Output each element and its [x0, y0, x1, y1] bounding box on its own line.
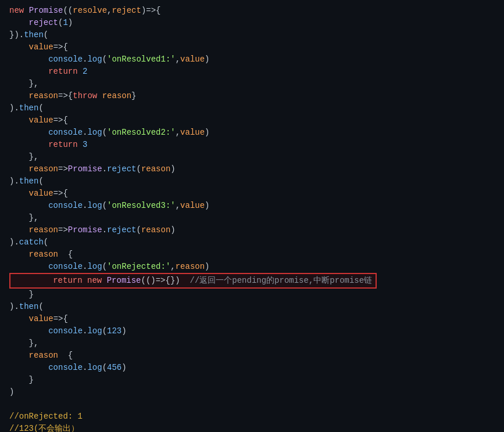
code-line-31: } [0, 374, 504, 386]
code-line-18: }, [0, 212, 504, 224]
code-line-13: }, [0, 151, 504, 163]
code-line-8: reason =>{ throw reason } [0, 90, 504, 102]
code-line-26: value =>{ [0, 313, 504, 325]
code-line-29: reason { [0, 350, 504, 362]
code-line-16: value =>{ [0, 188, 504, 200]
code-line-6: return 2 [0, 66, 504, 78]
code-line-28: }, [0, 337, 504, 350]
code-line-1: new Promise (( resolve , reject )=>{ [0, 5, 504, 17]
code-line-14: reason => Promise . reject ( reason ) [0, 163, 504, 175]
code-editor: new Promise (( resolve , reject )=>{ rej… [0, 0, 504, 432]
code-line-24: } [0, 289, 504, 301]
code-line-22: console . log ( 'onRejected:' , reason ) [0, 261, 504, 273]
code-line-23: return new Promise (()=>{}) //返回一个pendin… [0, 273, 504, 289]
code-line-3: }). then ( [0, 29, 504, 41]
code-line-4: value =>{ [0, 41, 504, 53]
output-blank [0, 398, 504, 411]
code-line-19: reason => Promise . reject ( reason ) [0, 224, 504, 236]
code-line-10: value =>{ [0, 114, 504, 127]
code-line-9: ). then ( [0, 102, 504, 114]
code-line-32: ) [0, 386, 504, 398]
code-line-27: console . log ( 123 ) [0, 325, 504, 337]
code-line-15: ). then ( [0, 175, 504, 188]
code-line-21: reason { [0, 249, 504, 261]
code-line-12: return 3 [0, 139, 504, 151]
code-line-5: console . log ( 'onResolved1:' , value ) [0, 53, 504, 66]
output-line-1: //onRejected: 1 [0, 411, 504, 423]
output-line-2: //123(不会输出） [0, 423, 504, 432]
code-line-30: console . log ( 456 ) [0, 362, 504, 374]
code-line-11: console . log ( 'onResolved2:' , value ) [0, 127, 504, 139]
code-line-20: ). catch ( [0, 236, 504, 249]
code-line-17: console . log ( 'onResolved3:' , value ) [0, 200, 504, 212]
code-line-25: ). then ( [0, 301, 504, 313]
code-line-2: reject ( 1 ) [0, 17, 504, 29]
code-line-7: }, [0, 78, 504, 90]
